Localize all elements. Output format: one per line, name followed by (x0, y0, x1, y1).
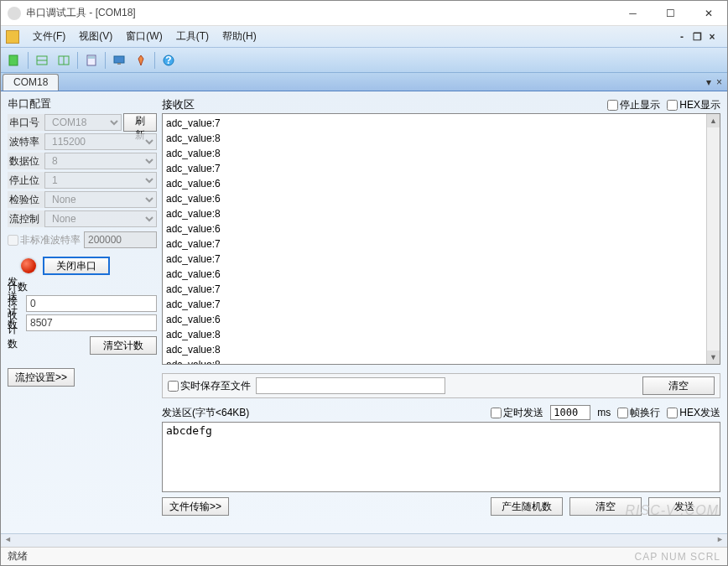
tx-title: 发送区(字节<64KB) (162, 406, 249, 420)
tool-monitor-icon[interactable] (109, 50, 129, 70)
databits-select[interactable]: 8 (44, 153, 157, 169)
baud-select[interactable]: 115200 (44, 133, 157, 150)
menu-tools[interactable]: 工具(T) (169, 27, 216, 46)
nonstd-checkbox[interactable] (8, 235, 18, 246)
send-count-field (26, 295, 157, 312)
nonstd-input[interactable] (84, 231, 157, 248)
port-select[interactable]: COM18 (44, 114, 122, 131)
rx-hex-checkbox[interactable] (667, 100, 678, 111)
status-text: 就绪 (8, 549, 28, 563)
menu-bar: 文件(F) 视图(V) 窗口(W) 工具(T) 帮助(H) - ❐ × (1, 26, 727, 48)
stop-label: 停止位 (8, 172, 44, 189)
config-title: 串口配置 (8, 96, 157, 112)
rx-hex-label: HEX显示 (679, 98, 720, 112)
random-button[interactable]: 产生随机数 (491, 497, 563, 516)
tool-calc-icon[interactable] (81, 50, 101, 70)
rx-title: 接收区 (162, 97, 195, 112)
close-button[interactable]: ✕ (689, 1, 727, 25)
rx-clear-button[interactable]: 清空 (642, 376, 715, 395)
svg-rect-0 (9, 55, 18, 65)
svg-rect-8 (117, 63, 121, 65)
mdi-close[interactable]: × (705, 31, 719, 43)
tab-menu-icon[interactable]: ▾ (706, 76, 711, 88)
refresh-button[interactable]: 刷新 (123, 113, 157, 132)
status-led-icon (21, 258, 36, 273)
count-title: 计数 (8, 280, 157, 294)
clear-count-button[interactable]: 清空计数 (90, 336, 157, 355)
rx-textarea[interactable]: adc_value:7 adc_value:8 adc_value:8 adc_… (162, 113, 720, 365)
pause-label: 停止显示 (620, 98, 660, 112)
tool-new-icon[interactable] (4, 50, 24, 70)
mdi-minimize[interactable]: - (675, 31, 689, 43)
save-file-label: 实时保存至文件 (180, 379, 251, 393)
ms-label: ms (597, 407, 611, 418)
pause-checkbox[interactable] (607, 100, 618, 111)
svg-rect-7 (114, 56, 124, 63)
rx-scrollbar[interactable]: ▲▼ (706, 114, 720, 364)
tab-strip: COM18 ▾× (1, 73, 727, 91)
app-icon (8, 7, 21, 20)
stopbits-select[interactable]: 1 (44, 172, 157, 189)
tx-hex-label: HEX发送 (679, 406, 720, 420)
config-panel: 串口配置 串口号 COM18 刷新 波特率 115200 数据位 8 停止位 1… (8, 96, 157, 533)
save-file-checkbox[interactable] (168, 381, 179, 392)
baud-label: 波特率 (8, 133, 44, 150)
flow-settings-button[interactable]: 流控设置>> (8, 368, 75, 387)
client-area: 串口配置 串口号 COM18 刷新 波特率 115200 数据位 8 停止位 1… (1, 91, 727, 533)
tool-layout2-icon[interactable] (54, 50, 74, 70)
tx-clear-button[interactable]: 清空 (569, 497, 642, 516)
save-file-input[interactable] (256, 377, 445, 394)
title-bar: 串口调试工具 - [COM18] ─ ☐ ✕ (1, 1, 727, 26)
toolbar: ? (1, 48, 727, 73)
status-bar: 就绪 CAP NUM SCRL (1, 547, 727, 565)
send-button[interactable]: 发送 (648, 497, 720, 516)
recv-count-field (26, 314, 157, 331)
tool-help-icon[interactable]: ? (159, 50, 179, 70)
data-label: 数据位 (8, 153, 44, 169)
menu-file[interactable]: 文件(F) (26, 27, 72, 46)
right-panel: 接收区 停止显示 HEX显示 adc_value:7 adc_value:8 a… (162, 96, 720, 533)
minimize-button[interactable]: ─ (614, 1, 652, 25)
tab-com18[interactable]: COM18 (3, 74, 59, 91)
tool-layout1-icon[interactable] (32, 50, 52, 70)
wrap-label: 帧换行 (630, 406, 660, 420)
mdi-restore[interactable]: ❐ (690, 31, 704, 43)
menu-view[interactable]: 视图(V) (72, 27, 119, 46)
close-port-button[interactable]: 关闭串口 (43, 257, 110, 275)
interval-input[interactable] (550, 405, 590, 420)
status-indicators: CAP NUM SCRL (635, 551, 720, 563)
menu-help[interactable]: 帮助(H) (216, 27, 263, 46)
tx-textarea[interactable]: abcdefg (162, 422, 720, 492)
parity-select[interactable]: None (44, 191, 157, 208)
maximize-button[interactable]: ☐ (652, 1, 689, 25)
menu-icon (6, 30, 19, 44)
parity-label: 检验位 (8, 191, 44, 208)
svg-text:?: ? (165, 55, 171, 66)
flow-label: 流控制 (8, 210, 44, 227)
menu-window[interactable]: 窗口(W) (119, 27, 169, 46)
file-transfer-button[interactable]: 文件传输>> (162, 497, 229, 516)
svg-rect-6 (88, 56, 95, 59)
wrap-checkbox[interactable] (617, 408, 628, 418)
horizontal-scrollbar[interactable] (1, 533, 727, 547)
port-label: 串口号 (8, 114, 44, 131)
window-title: 串口调试工具 - [COM18] (26, 6, 614, 20)
timed-checkbox[interactable] (491, 408, 502, 418)
tx-hex-checkbox[interactable] (667, 408, 678, 418)
tool-pin-icon[interactable] (131, 50, 151, 70)
nonstd-label: 非标准波特率 (20, 233, 81, 247)
timed-label: 定时发送 (503, 406, 543, 420)
tab-close-icon[interactable]: × (716, 76, 722, 88)
flow-select[interactable]: None (44, 210, 157, 227)
